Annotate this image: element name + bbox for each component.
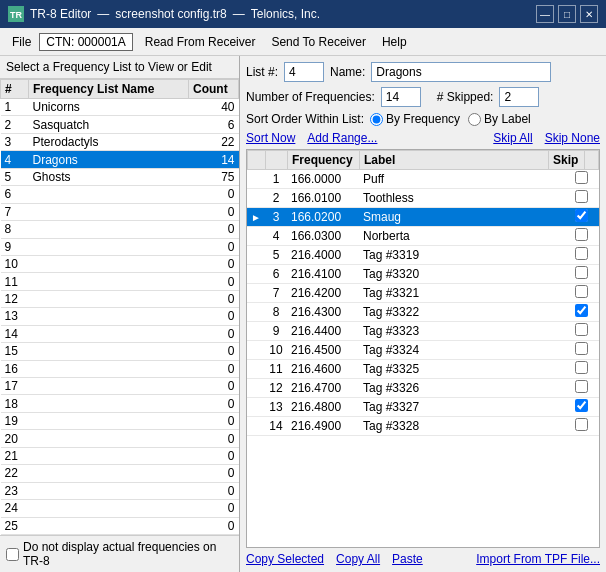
list-item[interactable]: 1 Unicorns 40 [1, 99, 239, 116]
skip-checkbox[interactable] [575, 342, 588, 355]
list-item[interactable]: 8 0 [1, 221, 239, 238]
list-item[interactable]: 24 0 [1, 500, 239, 517]
sort-by-label-option[interactable]: By Label [468, 112, 531, 126]
skip-checkbox[interactable] [575, 247, 588, 260]
table-row[interactable]: 11 216.4600 Tag #3325 [247, 360, 599, 379]
add-range-link[interactable]: Add Range... [307, 131, 377, 145]
skip-none-link[interactable]: Skip None [545, 131, 600, 145]
data-table-scroll[interactable]: 1 166.0000 Puff 2 166.0100 Toothless ► 3… [247, 170, 599, 547]
list-item[interactable]: 11 0 [1, 273, 239, 290]
list-item[interactable]: 25 0 [1, 517, 239, 535]
row-skip[interactable] [563, 360, 599, 379]
skip-checkbox[interactable] [575, 190, 588, 203]
skip-checkbox[interactable] [575, 266, 588, 279]
row-frequency: 216.4900 [287, 417, 359, 436]
list-item[interactable]: 7 0 [1, 203, 239, 220]
read-from-receiver-menu[interactable]: Read From Receiver [137, 32, 264, 52]
sort-by-label-radio[interactable] [468, 113, 481, 126]
list-item[interactable]: 3 Pterodactyls 22 [1, 133, 239, 150]
row-skip[interactable] [563, 379, 599, 398]
table-row[interactable]: 6 216.4100 Tag #3320 [247, 265, 599, 284]
row-skip[interactable] [563, 227, 599, 246]
row-skip[interactable] [563, 398, 599, 417]
skip-checkbox[interactable] [575, 209, 588, 222]
row-skip[interactable] [563, 341, 599, 360]
row-skip[interactable] [563, 322, 599, 341]
list-num-input[interactable] [284, 62, 324, 82]
row-skip[interactable] [563, 170, 599, 189]
list-item[interactable]: 5 Ghosts 75 [1, 168, 239, 185]
row-skip[interactable] [563, 189, 599, 208]
sort-by-freq-option[interactable]: By Frequency [370, 112, 460, 126]
help-menu[interactable]: Help [374, 32, 415, 52]
row-skip[interactable] [563, 265, 599, 284]
list-item[interactable]: 18 0 [1, 395, 239, 412]
table-row[interactable]: 10 216.4500 Tag #3324 [247, 341, 599, 360]
row-skip[interactable] [563, 417, 599, 436]
list-item[interactable]: 10 0 [1, 255, 239, 272]
table-row[interactable]: 1 166.0000 Puff [247, 170, 599, 189]
copy-selected-link[interactable]: Copy Selected [246, 552, 324, 566]
row-skip[interactable] [563, 284, 599, 303]
close-button[interactable]: ✕ [580, 5, 598, 23]
list-item[interactable]: 19 0 [1, 412, 239, 429]
skip-checkbox[interactable] [575, 323, 588, 336]
skip-all-link[interactable]: Skip All [493, 131, 532, 145]
row-skip[interactable] [563, 246, 599, 265]
maximize-button[interactable]: □ [558, 5, 576, 23]
row-num: 12 [265, 379, 287, 398]
skip-checkbox[interactable] [575, 380, 588, 393]
row-skip[interactable] [563, 208, 599, 227]
no-display-checkbox[interactable] [6, 548, 19, 561]
table-row[interactable]: 9 216.4400 Tag #3323 [247, 322, 599, 341]
list-item[interactable]: 9 0 [1, 238, 239, 255]
list-item[interactable]: 23 0 [1, 482, 239, 499]
table-row[interactable]: ► 3 166.0200 Smaug [247, 208, 599, 227]
row-skip[interactable] [563, 303, 599, 322]
list-row-name [29, 360, 189, 377]
list-item[interactable]: 20 0 [1, 430, 239, 447]
skip-checkbox[interactable] [575, 418, 588, 431]
list-item[interactable]: 2 Sasquatch 6 [1, 116, 239, 133]
num-freq-input[interactable] [381, 87, 421, 107]
skip-checkbox[interactable] [575, 361, 588, 374]
skip-checkbox[interactable] [575, 304, 588, 317]
list-item[interactable]: 17 0 [1, 378, 239, 395]
list-item[interactable]: 12 0 [1, 290, 239, 307]
table-row[interactable]: 13 216.4800 Tag #3327 [247, 398, 599, 417]
list-row-num: 21 [1, 447, 29, 464]
sort-by-freq-radio[interactable] [370, 113, 383, 126]
skip-checkbox[interactable] [575, 228, 588, 241]
list-item[interactable]: 21 0 [1, 447, 239, 464]
list-item[interactable]: 22 0 [1, 465, 239, 482]
table-row[interactable]: 12 216.4700 Tag #3326 [247, 379, 599, 398]
list-row-name [29, 343, 189, 360]
table-row[interactable]: 7 216.4200 Tag #3321 [247, 284, 599, 303]
paste-link[interactable]: Paste [392, 552, 423, 566]
import-tpf-link[interactable]: Import From TPF File... [476, 552, 600, 566]
skipped-input[interactable] [499, 87, 539, 107]
sort-now-link[interactable]: Sort Now [246, 131, 295, 145]
table-row[interactable]: 2 166.0100 Toothless [247, 189, 599, 208]
data-table-header: Frequency Label Skip [247, 150, 599, 170]
skip-checkbox[interactable] [575, 171, 588, 184]
minimize-button[interactable]: — [536, 5, 554, 23]
list-item[interactable]: 15 0 [1, 343, 239, 360]
list-item[interactable]: 6 0 [1, 186, 239, 203]
skip-checkbox[interactable] [575, 399, 588, 412]
table-row[interactable]: 14 216.4900 Tag #3328 [247, 417, 599, 436]
no-display-label: Do not display actual frequencies on TR-… [23, 540, 233, 568]
copy-all-link[interactable]: Copy All [336, 552, 380, 566]
list-item[interactable]: 4 Dragons 14 [1, 151, 239, 168]
list-row-num: 3 [1, 133, 29, 150]
skip-checkbox[interactable] [575, 285, 588, 298]
list-item[interactable]: 14 0 [1, 325, 239, 342]
list-name-input[interactable] [371, 62, 551, 82]
table-row[interactable]: 8 216.4300 Tag #3322 [247, 303, 599, 322]
table-row[interactable]: 5 216.4000 Tag #3319 [247, 246, 599, 265]
file-menu[interactable]: File [4, 32, 39, 52]
list-item[interactable]: 13 0 [1, 308, 239, 325]
send-to-receiver-menu[interactable]: Send To Receiver [263, 32, 374, 52]
table-row[interactable]: 4 166.0300 Norberta [247, 227, 599, 246]
list-item[interactable]: 16 0 [1, 360, 239, 377]
